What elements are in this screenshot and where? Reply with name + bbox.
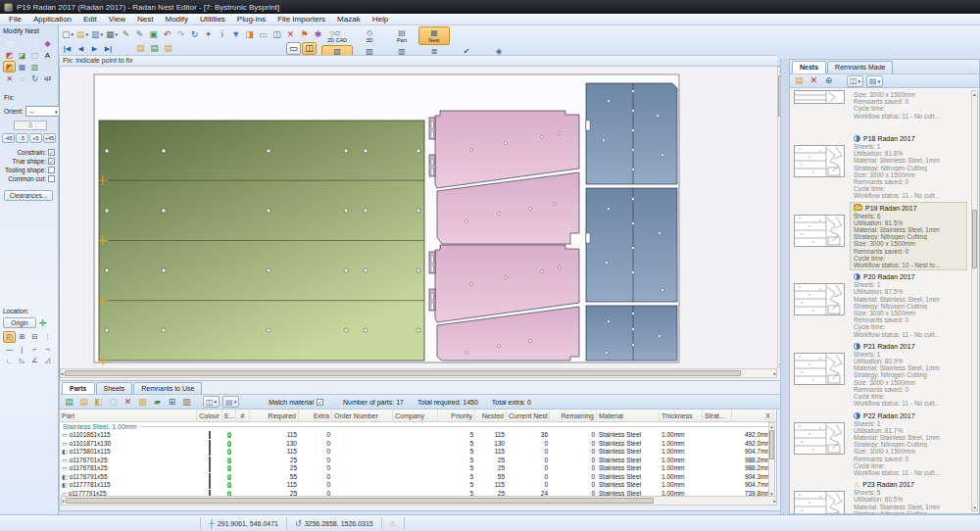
corner-top-right[interactable]: ¬ bbox=[41, 343, 54, 355]
column-strat[interactable]: Strat... bbox=[703, 410, 732, 422]
sheet-add-icon[interactable]: ▤ bbox=[134, 42, 147, 55]
edge-horizontal[interactable]: — bbox=[3, 343, 16, 355]
last-nest-icon[interactable]: ▶| bbox=[102, 42, 115, 55]
save-icon[interactable]: ▥▾ bbox=[90, 28, 104, 41]
grid-view-icon[interactable]: ⊞ bbox=[166, 396, 178, 409]
lasso-tool[interactable]: ◌ bbox=[16, 72, 28, 84]
btn-2d-cad[interactable]: ▱2D CAD bbox=[321, 26, 353, 45]
draw-line-icon[interactable]: ✎ bbox=[120, 28, 132, 41]
menu-modify[interactable]: Modify bbox=[159, 14, 194, 25]
menu-nest[interactable]: Nest bbox=[131, 14, 159, 25]
constraincheckbox[interactable]: ✓ bbox=[48, 149, 55, 156]
menu-file[interactable]: File bbox=[3, 14, 27, 25]
rotate-tool[interactable]: ↻ bbox=[28, 72, 41, 84]
btn-part[interactable]: ▤Part bbox=[386, 26, 417, 45]
tab-parts[interactable]: Parts bbox=[62, 382, 95, 394]
new-document-icon[interactable]: ▢▾ bbox=[61, 28, 74, 41]
flag-icon[interactable]: ⚑ bbox=[298, 28, 311, 41]
nest-item-partial[interactable]: Size: 3000 x 1500mmRemnants saved: 0Cycl… bbox=[790, 90, 979, 133]
table-horizontal-scrollbar[interactable]: ◂▸ bbox=[61, 496, 777, 506]
jump-to-icon[interactable]: ✦ bbox=[202, 28, 215, 41]
panel-splitter[interactable] bbox=[780, 59, 789, 514]
nest-item-p20-radan-2017[interactable]: P20 Radan 2017Sheets: 1Utilisation: 87.5… bbox=[790, 271, 979, 341]
corner-snap[interactable]: ◰ bbox=[3, 331, 16, 343]
menu-plug-ins[interactable]: Plug-Ins bbox=[231, 14, 271, 25]
column-company[interactable]: Company bbox=[393, 410, 438, 422]
first-nest-icon[interactable]: |◀ bbox=[61, 42, 74, 55]
nest-list-scrollbar[interactable]: ▴▾ bbox=[971, 90, 978, 511]
angle-tri-right[interactable]: ◿ bbox=[41, 355, 54, 366]
origin-button[interactable]: Origin bbox=[3, 317, 36, 328]
angle-open[interactable]: ∠ bbox=[28, 355, 41, 366]
grid-mid[interactable]: ⊟ bbox=[28, 331, 41, 343]
sheet-edit-icon[interactable]: ▤ bbox=[162, 42, 174, 55]
add-location-icon[interactable]: ✛ bbox=[39, 318, 47, 328]
scrollbar-thumb[interactable] bbox=[972, 210, 977, 268]
edge-vertical[interactable]: | bbox=[16, 343, 28, 355]
user-remove-icon[interactable]: ✕ bbox=[284, 28, 297, 41]
open-folder-icon[interactable]: ▤▾ bbox=[75, 28, 89, 41]
sequence-tool[interactable]: s|2 bbox=[41, 72, 54, 84]
blue-parts[interactable] bbox=[586, 83, 677, 361]
attach-icon[interactable]: ◨ bbox=[243, 28, 256, 41]
column-current-nest[interactable]: Current Nest bbox=[507, 410, 550, 422]
rotate-5-button[interactable]: -5 bbox=[16, 133, 28, 143]
warning-icon[interactable]: ⚠ bbox=[390, 520, 396, 527]
nest-delete-icon[interactable]: ✕ bbox=[808, 74, 820, 87]
copy-sheet-icon[interactable]: ▣ bbox=[147, 28, 160, 41]
info-icon[interactable]: i bbox=[216, 28, 228, 41]
single-view-icon[interactable]: ▭ bbox=[286, 42, 301, 55]
part-insert-icon[interactable]: ▰ bbox=[151, 396, 164, 409]
column-remaining[interactable]: Remaining bbox=[550, 410, 597, 422]
nest-part-tool[interactable]: ◩ bbox=[3, 49, 16, 61]
menu-help[interactable]: Help bbox=[367, 14, 394, 25]
menu-application[interactable]: Application bbox=[27, 14, 77, 25]
table-row[interactable]: ◧o1177781x115✓1150511500Stainless Steel1… bbox=[60, 481, 776, 490]
refresh-icon[interactable]: ↻ bbox=[188, 28, 201, 41]
filter-icon[interactable]: ▼ bbox=[229, 28, 242, 41]
column-material[interactable]: Material bbox=[597, 410, 660, 422]
tab-remnants-made[interactable]: Remnants Made bbox=[827, 61, 893, 73]
rotate-45-button[interactable]: +45 bbox=[43, 133, 56, 143]
true-shapecheckbox[interactable]: ✓ bbox=[48, 158, 55, 165]
nest-item-p19-radan-2017[interactable]: ⚠P19 Radan 2017Sheets: 6Utilisation: 81.… bbox=[790, 203, 979, 272]
nest-item-p18-radan-2017[interactable]: P18 Radan 2017Sheets: 1Utilisation: 81.8… bbox=[790, 133, 979, 203]
menu-utilities[interactable]: Utilities bbox=[194, 14, 231, 25]
nest-item-p23-radan-2017[interactable]: ⚠P23 Radan 2017Sheets: 5Utilisation: 80.… bbox=[790, 479, 979, 513]
part-open-icon[interactable]: ▤ bbox=[77, 396, 90, 409]
next-nest-icon[interactable]: ▶ bbox=[88, 42, 101, 55]
table-row[interactable]: ▭o1176781x25✓25052500Stainless Steel1.00… bbox=[60, 464, 776, 473]
grid-dots[interactable]: ⋮ bbox=[41, 331, 54, 343]
select-tool[interactable]: ▭ bbox=[3, 37, 16, 49]
table-vertical-scrollbar[interactable]: ▴▾ bbox=[768, 422, 775, 498]
view-option-1-button[interactable]: ◫▾ bbox=[203, 396, 220, 408]
column-priority[interactable]: Priority bbox=[438, 410, 475, 422]
menu-file-importers[interactable]: File Importers bbox=[271, 14, 331, 25]
rotate-45-button[interactable]: -45 bbox=[2, 133, 15, 143]
measure-icon[interactable]: ▭ bbox=[257, 28, 270, 41]
report-view-icon[interactable]: ▥ bbox=[180, 396, 193, 409]
column-order-number[interactable]: Order Number bbox=[332, 410, 393, 422]
undo-icon[interactable]: ↶ bbox=[161, 28, 173, 41]
scrollbar-thumb[interactable] bbox=[769, 430, 774, 459]
part-browse-icon[interactable]: ▨ bbox=[136, 396, 149, 409]
table-row[interactable]: ◧o1175801x115✓1150511500Stainless Steel1… bbox=[60, 448, 776, 457]
table-row[interactable]: ▭o1101871x130✓1300513000Stainless Steel1… bbox=[60, 440, 776, 449]
part-import-icon[interactable]: ◧ bbox=[92, 396, 105, 409]
part-new-icon[interactable]: ▤ bbox=[63, 396, 75, 409]
menu-view[interactable]: View bbox=[103, 14, 131, 25]
angle-corner[interactable]: ∟ bbox=[3, 355, 16, 366]
nest-item-p21-radan-2017[interactable]: P21 Radan 2017Sheets: 1Utilisation: 80.9… bbox=[790, 341, 979, 410]
canvas-horizontal-scrollbar[interactable]: ◂▸ bbox=[60, 368, 777, 378]
print-icon[interactable]: ▦▾ bbox=[105, 28, 119, 41]
text-tool[interactable]: A bbox=[41, 49, 54, 61]
corner-top-left[interactable]: ⌐ bbox=[28, 343, 41, 355]
column-part[interactable]: Part bbox=[60, 410, 197, 422]
part-delete-icon[interactable]: ✕ bbox=[122, 396, 134, 409]
btn-nest[interactable]: ▦Nest bbox=[418, 26, 450, 45]
window-view-icon[interactable]: ◫ bbox=[270, 28, 283, 41]
table-row[interactable]: ▭o1176701x25✓25052500Stainless Steel1.00… bbox=[60, 457, 776, 465]
match-material-checkbox[interactable]: ✓ bbox=[317, 399, 323, 406]
nest-item-p22-radan-2017[interactable]: P22 Radan 2017Sheets: 1Utilisation: 81.7… bbox=[790, 410, 979, 480]
sheet-auto-icon[interactable]: ▤ bbox=[148, 42, 161, 55]
